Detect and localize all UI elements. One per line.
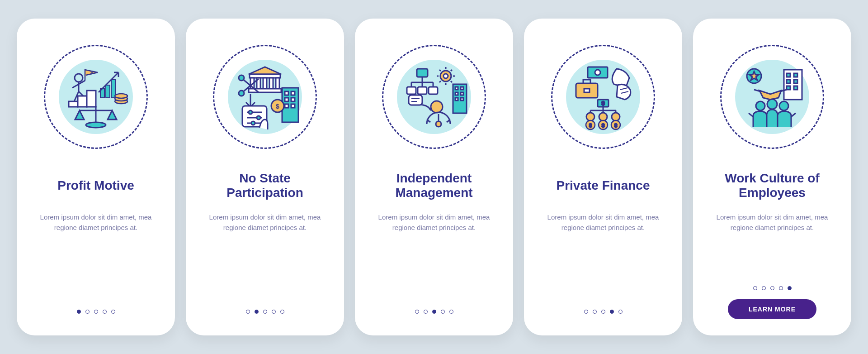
page-dot-5[interactable] [111,310,115,314]
page-dot-4[interactable] [103,310,107,314]
svg-point-62 [612,113,620,121]
pagination-dots [415,310,453,314]
svg-rect-27 [291,98,295,101]
svg-point-55 [595,70,600,75]
onboarding-card-5: Work Culture of Employees Lorem ipsum do… [693,19,851,335]
card-description: Lorem ipsum dolor sit dim amet, mea regi… [208,212,321,233]
page-dot-5[interactable] [788,286,792,290]
page-dot-3[interactable] [263,310,267,314]
page-dot-5[interactable] [280,310,284,314]
svg-rect-48 [455,98,458,100]
card-title: Work Culture of Employees [713,171,831,201]
svg-rect-19 [276,78,279,89]
svg-rect-29 [291,104,295,108]
svg-rect-28 [285,104,288,108]
svg-point-42 [443,74,448,78]
page-dot-2[interactable] [85,310,90,314]
svg-rect-45 [461,87,463,90]
svg-rect-1 [69,101,78,107]
svg-text:$: $ [602,123,604,128]
svg-rect-74 [787,80,790,83]
card-title: Profit Motive [57,171,134,201]
onboarding-card-2: $ No State Participation Lorem ipsum dol… [186,19,344,335]
svg-point-61 [599,113,607,121]
card-title: No State Participation [206,171,324,201]
svg-rect-76 [787,86,790,90]
page-dot-3[interactable] [601,310,605,314]
svg-text:$: $ [602,100,604,106]
card-description: Lorem ipsum dolor sit dim amet, mea regi… [547,212,660,233]
illustration-no-state: $ [213,45,317,149]
page-dot-1[interactable] [415,310,419,314]
svg-point-22 [239,91,244,96]
page-dot-3[interactable] [770,286,774,290]
svg-rect-46 [455,92,458,95]
profit-motive-icon: $ [55,56,137,138]
page-dot-4[interactable] [779,286,783,290]
svg-point-11 [115,94,127,98]
card-description: Lorem ipsum dolor sit dim amet, mea regi… [377,212,491,233]
svg-point-35 [251,121,255,125]
svg-rect-51 [409,95,422,105]
svg-rect-49 [461,98,463,100]
independent-management-icon [393,56,475,138]
svg-text:$: $ [276,103,279,110]
page-dot-2[interactable] [762,286,766,290]
onboarding-card-4: $ $ $ $ Private Finance Lorem ipsum dolo… [524,19,682,335]
card-title: Independent Management [375,171,493,201]
pagination-dots [753,286,792,290]
svg-rect-73 [794,73,797,77]
page-dot-4[interactable] [610,310,614,314]
svg-point-79 [767,99,777,109]
card-description: Lorem ipsum dolor sit dim amet, mea regi… [716,212,829,233]
svg-text:$: $ [589,123,592,128]
svg-rect-20 [249,89,281,92]
pagination-dots [584,310,623,314]
svg-rect-72 [787,73,790,77]
page-dot-5[interactable] [618,310,623,314]
page-dot-1[interactable] [246,310,250,314]
svg-rect-24 [285,91,288,95]
svg-point-52 [436,121,441,127]
page-dot-2[interactable] [255,310,259,314]
svg-rect-75 [794,80,797,83]
svg-rect-77 [794,86,797,90]
card-title: Private Finance [557,171,650,201]
svg-rect-47 [461,92,463,95]
svg-point-12 [86,122,106,128]
svg-rect-18 [269,78,273,89]
learn-more-button[interactable]: LEARN MORE [728,299,816,319]
illustration-work-culture [720,45,824,149]
pagination-dots [77,310,115,314]
svg-point-80 [779,101,788,110]
page-dot-2[interactable] [593,310,597,314]
svg-rect-39 [418,87,427,94]
svg-rect-3 [87,91,96,107]
page-dot-2[interactable] [424,310,428,314]
svg-text:$: $ [614,123,617,128]
page-dot-1[interactable] [753,286,757,290]
svg-point-78 [756,101,765,110]
page-dot-1[interactable] [584,310,588,314]
svg-rect-26 [285,98,288,101]
svg-rect-2 [78,96,87,107]
svg-rect-38 [407,87,416,94]
page-dot-3[interactable] [94,310,98,314]
page-dot-4[interactable] [272,310,276,314]
svg-point-21 [239,75,244,81]
svg-point-33 [249,110,252,114]
page-dot-4[interactable] [441,310,445,314]
page-dot-1[interactable] [77,310,81,314]
svg-point-60 [586,113,594,121]
svg-rect-25 [291,91,295,95]
page-dot-3[interactable] [432,310,436,314]
onboarding-card-3: Independent Management Lorem ipsum dolor… [355,19,513,335]
no-state-icon: $ [224,56,306,138]
card-description: Lorem ipsum dolor sit dim amet, mea regi… [39,212,152,233]
svg-rect-57 [584,89,590,92]
illustration-independent-mgmt [382,45,486,149]
illustration-profit-motive: $ [44,45,148,149]
page-dot-5[interactable] [449,310,453,314]
svg-point-34 [257,116,260,120]
private-finance-icon: $ $ $ $ [562,56,644,138]
